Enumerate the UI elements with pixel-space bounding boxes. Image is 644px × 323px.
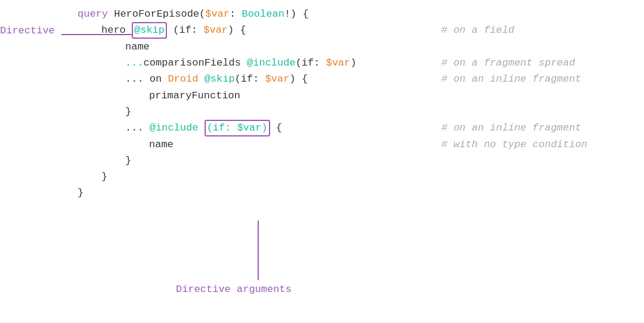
directive-skip-2: @skip (205, 71, 235, 87)
comment-field: # on a field (441, 22, 514, 38)
code-line-12: } (78, 185, 644, 201)
directive-args-box: (if: $var) (205, 120, 270, 136)
spread-dots: ... (125, 55, 144, 71)
directive-include-2: @include (150, 120, 199, 136)
code-area: Directive query HeroForEpisode($var: Boo… (0, 0, 644, 323)
paren-brace-1: ) { (228, 22, 246, 38)
directive-include-1: @include (247, 55, 296, 71)
comment-no-type: # with no type condition (441, 136, 587, 153)
close-brace-3: } (101, 169, 107, 185)
directive-args-line (258, 220, 259, 280)
include-args-1: (if: (296, 55, 326, 71)
comment-inline-frag-2: # on an inline fragment (441, 120, 581, 136)
code-line-2: hero @skip (if: $var) { # on a field (78, 22, 644, 39)
colon: : (230, 6, 242, 22)
type-boolean: Boolean (242, 6, 284, 22)
code-line-8: ... @include (if: $var) { # on an inline… (78, 120, 644, 136)
code-line-6: primaryFunction (78, 88, 644, 104)
field-primary-fn: primaryFunction (149, 88, 240, 104)
code-line-1: query HeroForEpisode($var: Boolean!) { (78, 6, 644, 22)
code-line-3: name (78, 39, 644, 55)
keyword-query: query (78, 6, 114, 22)
directive-skip-box: @skip (132, 22, 167, 39)
paren-close-1: ) (351, 55, 357, 71)
code-line-4: ...comparisonFields @include(if: $var) #… (78, 55, 644, 71)
spread-name: comparisonFields (144, 55, 247, 71)
var-ref-1: $var (203, 22, 228, 38)
excl-brace: !) { (284, 6, 309, 22)
skip-args: (if: (167, 22, 203, 38)
close-brace-4: } (78, 185, 83, 201)
directive-label: Directive (0, 23, 55, 39)
field-hero: hero (101, 22, 132, 38)
code-line-9: name # with no type condition (78, 136, 644, 153)
on-keyword: ... on (125, 71, 168, 87)
var-name: $var (205, 6, 230, 22)
type-droid: Droid (168, 71, 198, 87)
space-1 (198, 71, 204, 87)
directive-args-label: Directive arguments (176, 281, 292, 297)
code-line-10: } (78, 153, 644, 169)
close-brace-2: } (125, 153, 131, 169)
code-line-5: ... on Droid @skip(if: $var) { # on an i… (78, 71, 644, 87)
code-line-11: } (78, 169, 644, 185)
var-ref-2: $var (326, 55, 351, 71)
var-ref-3: $var (265, 71, 290, 87)
field-name-2: name (149, 136, 174, 153)
open-brace-2: { (270, 120, 282, 136)
ellipsis-2: ... (125, 120, 150, 136)
paren-brace-2: ) { (289, 71, 308, 87)
field-name-1: name (125, 39, 150, 55)
code-line-7: } (78, 104, 644, 120)
comment-inline-frag-1: # on an inline fragment (441, 71, 581, 87)
space-2 (198, 120, 204, 136)
skip-args-2: (if: (235, 71, 265, 87)
comment-fragment-spread: # on a fragment spread (441, 55, 575, 71)
close-brace-1: } (125, 104, 131, 120)
fn-name: HeroForEpisode( (114, 6, 205, 22)
